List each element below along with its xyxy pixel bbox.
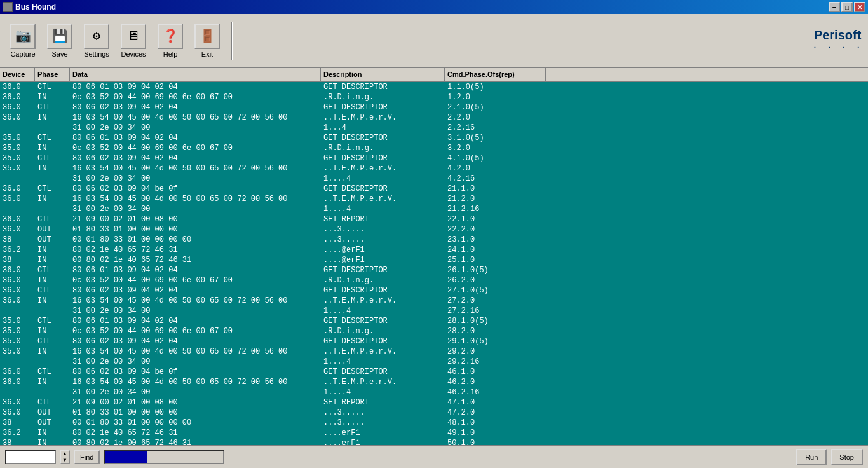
- cell-cmd: 4.1.0(5): [445, 153, 546, 163]
- cell-phase: [35, 357, 70, 367]
- table-row[interactable]: 36.0 CTL 21 09 00 02 01 00 08 00 SET REP…: [0, 214, 868, 224]
- find-button[interactable]: Find: [74, 450, 100, 464]
- table-row[interactable]: 36.0 CTL 80 06 02 03 09 04 02 04 GET DES…: [0, 286, 868, 296]
- toolbar-devices-button[interactable]: 🖥 Devices: [116, 21, 151, 60]
- data-area[interactable]: 36.0 CTL 80 06 01 03 09 04 02 04 GET DES…: [0, 82, 868, 445]
- cell-cmd: 3.2.0: [445, 143, 546, 153]
- cell-desc: ....@erF1: [321, 245, 445, 255]
- table-row[interactable]: 36.2 IN 80 02 1e 40 65 72 46 31 ....erF1…: [0, 428, 868, 438]
- toolbar-capture-button[interactable]: 📷 Capture: [5, 21, 41, 60]
- table-row[interactable]: 35.0 CTL 80 06 02 03 09 04 02 04 GET DES…: [0, 153, 868, 163]
- toolbar-settings-button[interactable]: ⚙ Settings: [79, 21, 114, 60]
- table-row[interactable]: 35.0 CTL 80 06 01 03 09 04 02 04 GET DES…: [0, 316, 868, 326]
- cell-device: [0, 174, 35, 184]
- table-row[interactable]: 38 IN 00 80 02 1e 40 65 72 46 31 ....@er…: [0, 255, 868, 265]
- cell-desc: GET DESCRIPTOR: [321, 82, 445, 92]
- table-row[interactable]: 36.2 IN 80 02 1e 40 65 72 46 31 ....@erF…: [0, 245, 868, 255]
- table-row[interactable]: 36.0 IN 16 03 54 00 45 00 4d 00 50 00 65…: [0, 377, 868, 387]
- cell-phase: IN: [35, 194, 70, 204]
- cell-device: 35.0: [0, 326, 35, 336]
- cell-data: 31 00 2e 00 34 00: [70, 357, 321, 367]
- cell-phase: IN: [35, 296, 70, 306]
- perisoft-dots: · · · ·: [812, 43, 863, 53]
- table-row[interactable]: 31 00 2e 00 34 00 1....4 46.2.16: [0, 387, 868, 397]
- table-row[interactable]: 38 IN 00 80 02 1e 00 65 72 46 31 ....erF…: [0, 438, 868, 445]
- cell-desc: ..T.E.M.P.e.r.V.: [321, 296, 445, 306]
- cell-cmd: 1.1.0(5): [445, 82, 546, 92]
- cell-device: 36.2: [0, 245, 35, 255]
- cell-cmd: 4.2.16: [445, 174, 546, 184]
- cell-phase: CTL: [35, 82, 70, 92]
- table-row[interactable]: 36.0 IN 0c 03 52 00 44 00 69 00 6e 00 67…: [0, 92, 868, 102]
- cell-device: [0, 204, 35, 214]
- table-row[interactable]: 31 00 2e 00 34 00 1....4 29.2.16: [0, 357, 868, 367]
- cell-desc: ..T.E.M.P.e.r.V.: [321, 377, 445, 387]
- run-button[interactable]: Run: [796, 449, 827, 465]
- settings-icon: ⚙: [84, 24, 109, 49]
- table-row[interactable]: 31 00 2e 00 34 00 1....4 21.2.16: [0, 204, 868, 214]
- table-row[interactable]: 36.0 CTL 80 06 02 03 09 04 02 04 GET DES…: [0, 102, 868, 113]
- cell-cmd: 47.1.0: [445, 397, 546, 408]
- settings-label: Settings: [84, 50, 109, 58]
- cell-data: 31 00 2e 00 34 00: [70, 204, 321, 214]
- cell-data: 0c 03 52 00 44 00 69 00 6e 00 67 00: [70, 275, 321, 286]
- col-header-phase: Phase: [35, 68, 70, 81]
- cell-data: 16 03 54 00 45 00 4d 00 50 00 65 00 72 0…: [70, 296, 321, 306]
- table-row[interactable]: 36.0 IN 0c 03 52 00 44 00 69 00 6e 00 67…: [0, 275, 868, 286]
- devices-icon: 🖥: [121, 24, 146, 49]
- table-row[interactable]: 38 OUT 00 01 80 33 01 00 00 00 00 ...3..…: [0, 418, 868, 428]
- cell-device: 36.0: [0, 194, 35, 204]
- column-headers: Device Phase Data Description Cmd.Phase.…: [0, 68, 868, 82]
- table-row[interactable]: 36.0 OUT 01 80 33 01 00 00 00 00 ...3...…: [0, 408, 868, 418]
- cell-desc: GET DESCRIPTOR: [321, 265, 445, 275]
- table-row[interactable]: 35.0 IN 16 03 54 00 45 00 4d 00 50 00 65…: [0, 163, 868, 174]
- table-row[interactable]: 31 00 2e 00 34 00 1....4 27.2.16: [0, 306, 868, 316]
- cell-cmd: 21.2.0: [445, 194, 546, 204]
- table-row[interactable]: 36.0 IN 16 03 54 00 45 00 4d 00 50 00 65…: [0, 194, 868, 204]
- cell-cmd: 1.2.0: [445, 92, 546, 102]
- restore-button[interactable]: □: [841, 2, 853, 12]
- toolbar-exit-button[interactable]: 🚪 Exit: [189, 21, 225, 60]
- cell-device: 35.0: [0, 143, 35, 153]
- cell-desc: .R.D.i.n.g.: [321, 143, 445, 153]
- table-row[interactable]: 36.0 CTL 80 06 02 03 09 04 be 0f GET DES…: [0, 184, 868, 194]
- table-row[interactable]: 31 00 2e 00 34 00 1....4 4.2.16: [0, 174, 868, 184]
- find-input[interactable]: [5, 450, 56, 464]
- table-row[interactable]: 31 00 2e 00 34 00 1...4 2.2.16: [0, 123, 868, 133]
- capture-icon: 📷: [10, 24, 36, 49]
- cell-desc: ...3.....: [321, 418, 445, 428]
- table-row[interactable]: 35.0 CTL 80 06 02 03 09 04 02 04 GET DES…: [0, 336, 868, 347]
- cell-cmd: 4.2.0: [445, 163, 546, 174]
- table-row[interactable]: 36.0 IN 16 03 54 00 45 00 4d 00 50 00 65…: [0, 113, 868, 123]
- cell-phase: [35, 174, 70, 184]
- table-row[interactable]: 35.0 IN 0c 03 52 00 44 00 69 00 6e 00 67…: [0, 326, 868, 336]
- table-row[interactable]: 35.0 CTL 80 06 01 03 09 04 02 04 GET DES…: [0, 133, 868, 143]
- spinner-up-button[interactable]: ▲ ▼: [60, 450, 70, 464]
- table-row[interactable]: 36.0 CTL 80 06 02 03 09 04 be 0f GET DES…: [0, 367, 868, 377]
- close-button[interactable]: ✕: [854, 2, 865, 12]
- cell-desc: SET REPORT: [321, 214, 445, 224]
- cell-desc: ...3.....: [321, 408, 445, 418]
- table-row[interactable]: 35.0 IN 0c 03 52 00 44 00 69 00 6e 00 67…: [0, 143, 868, 153]
- minimize-button[interactable]: −: [829, 2, 840, 12]
- table-row[interactable]: 35.0 IN 16 03 54 00 45 00 4d 00 50 00 65…: [0, 347, 868, 357]
- table-row[interactable]: 36.0 CTL 21 09 00 02 01 00 08 00 SET REP…: [0, 397, 868, 408]
- cell-phase: IN: [35, 326, 70, 336]
- cell-data: 31 00 2e 00 34 00: [70, 123, 321, 133]
- cell-device: [0, 123, 35, 133]
- table-row[interactable]: 36.0 CTL 80 06 01 03 09 04 02 04 GET DES…: [0, 82, 868, 92]
- cell-desc: 1....4: [321, 204, 445, 214]
- cell-cmd: 48.1.0: [445, 418, 546, 428]
- table-row[interactable]: 36.0 OUT 01 80 33 01 00 00 00 00 ...3...…: [0, 224, 868, 235]
- cell-device: 36.0: [0, 286, 35, 296]
- toolbar-save-button[interactable]: 💾 Save: [42, 21, 78, 60]
- cell-data: 00 80 02 1e 00 65 72 46 31: [70, 438, 321, 445]
- cell-device: 35.0: [0, 163, 35, 174]
- cell-data: 0c 03 52 00 44 00 69 00 6e 00 67 00: [70, 92, 321, 102]
- table-row[interactable]: 38 OUT 00 01 80 33 01 00 00 00 00 ...3..…: [0, 235, 868, 245]
- toolbar-help-button[interactable]: ❓ Help: [153, 21, 188, 60]
- cell-data: 80 06 02 03 09 04 be 0f: [70, 184, 321, 194]
- table-row[interactable]: 36.0 CTL 80 06 01 03 09 04 02 04 GET DES…: [0, 265, 868, 275]
- table-row[interactable]: 36.0 IN 16 03 54 00 45 00 4d 00 50 00 65…: [0, 296, 868, 306]
- stop-button[interactable]: Stop: [831, 449, 863, 465]
